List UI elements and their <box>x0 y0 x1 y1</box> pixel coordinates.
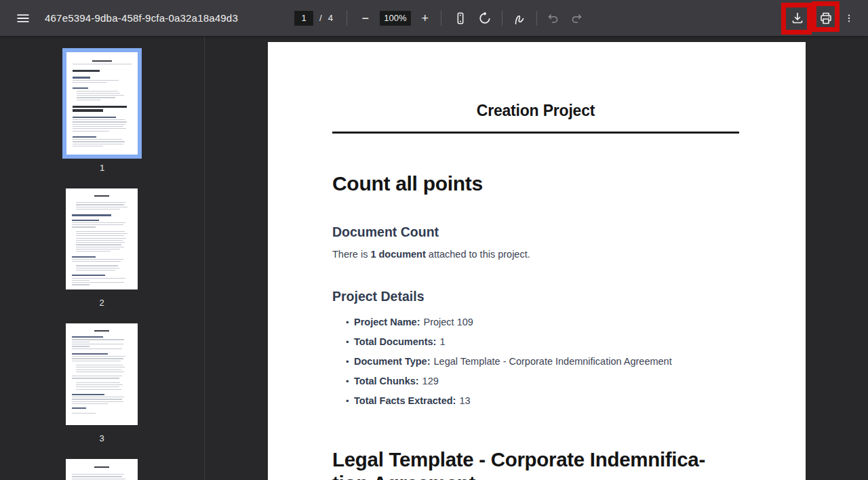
thumbnail-page-number: 3 <box>66 433 138 443</box>
pdf-toolbar: 467e5394-9dba-458f-9cfa-0a32a18a49d3 / 4… <box>0 0 868 36</box>
thumbnail-page-number: 1 <box>62 163 142 173</box>
more-vertical-icon[interactable] <box>844 10 854 26</box>
page-thumbnail-1[interactable] <box>62 48 142 159</box>
page-thumbnail-3[interactable] <box>66 323 138 425</box>
page-separator: / <box>319 13 322 23</box>
document-title: 467e5394-9dba-458f-9cfa-0a32a18a49d3 <box>45 12 238 24</box>
document-count-text: There is 1 document attached to this pro… <box>332 248 739 261</box>
list-item: Project Name:Project 109 <box>347 317 739 327</box>
project-details-list: Project Name:Project 109 Total Documents… <box>332 317 739 406</box>
list-item: Total Documents:1 <box>347 337 739 347</box>
thumbnail-panel[interactable]: 1 2 3 <box>0 36 204 480</box>
zoom-in-button[interactable]: + <box>419 12 431 24</box>
pdf-page-1: Creation Project Count all points Docume… <box>268 42 806 480</box>
list-item: Total Facts Extracted:13 <box>347 396 739 406</box>
document-heading: Creation Project <box>332 102 739 120</box>
divider <box>347 11 347 26</box>
fit-to-page-icon[interactable] <box>452 10 469 26</box>
document-count-heading: Document Count <box>332 224 739 239</box>
rotate-ccw-icon[interactable] <box>477 10 493 26</box>
page-number-input[interactable] <box>294 11 313 26</box>
menu-icon[interactable] <box>15 10 31 26</box>
project-details-heading: Project Details <box>332 289 739 304</box>
divider <box>536 11 537 26</box>
divider <box>441 11 441 26</box>
thumbnail-page-number: 2 <box>66 298 138 308</box>
viewer-scroll-area[interactable]: Creation Project Count all points Docume… <box>205 36 868 480</box>
page-count: 4 <box>328 13 333 23</box>
divider <box>502 11 502 26</box>
list-item: Total Chunks:129 <box>347 376 739 386</box>
count-heading: Count all points <box>332 173 739 195</box>
redo-icon[interactable] <box>568 10 585 26</box>
zoom-level[interactable]: 100% <box>380 11 411 26</box>
title-rule <box>332 132 739 134</box>
download-icon[interactable] <box>789 10 806 26</box>
zoom-out-button[interactable]: − <box>359 12 372 24</box>
list-item: Document Type:Legal Template - Corporate… <box>347 357 739 367</box>
undo-icon[interactable] <box>545 10 561 26</box>
page-thumbnail-4[interactable] <box>66 459 138 480</box>
legal-template-heading: Legal Template - Corporate Indemnifica- … <box>332 447 739 480</box>
page-thumbnail-2[interactable] <box>66 188 138 289</box>
print-icon[interactable] <box>818 10 834 26</box>
annotate-icon[interactable] <box>511 10 528 26</box>
